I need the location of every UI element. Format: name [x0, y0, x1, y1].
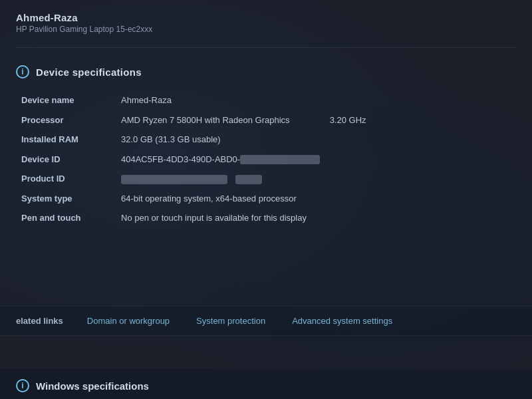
processor-ghz: 3.20 GHz — [330, 114, 366, 127]
table-row: Device name Ahmed-Raza — [21, 90, 521, 110]
windows-specs-section: i Windows specifications — [0, 368, 532, 399]
domain-workgroup-link[interactable]: Domain or workgroup — [74, 316, 183, 326]
section-title: Device specifications — [36, 66, 142, 78]
table-row: Installed RAM 32.0 GB (31.3 GB usable) — [21, 130, 521, 150]
computer-name: Ahmed-Raza — [16, 12, 516, 23]
table-row: Product ID — [21, 169, 521, 189]
header-section: Ahmed-Raza HP Pavilion Gaming Laptop 15-… — [0, 0, 532, 41]
spec-label-device-id: Device ID — [21, 150, 121, 170]
table-row: System type 64-bit operating system, x64… — [21, 189, 521, 209]
table-row: Device ID 404AC5FB-4DD3-490D-ABD0- — [21, 150, 521, 170]
spec-value-system-type: 64-bit operating system, x64-based proce… — [121, 189, 521, 209]
redacted-product-id-2 — [235, 175, 262, 184]
header-divider — [16, 47, 516, 48]
redacted-device-id — [240, 155, 320, 164]
windows-specs-header: i Windows specifications — [16, 379, 516, 392]
windows-section-title: Windows specifications — [36, 380, 149, 392]
table-row: Pen and touch No pen or touch input is a… — [21, 208, 521, 228]
spec-label-ram: Installed RAM — [21, 130, 121, 150]
spec-value-pen-touch: No pen or touch input is available for t… — [121, 208, 521, 228]
spec-value-product-id — [121, 169, 521, 189]
processor-name: AMD Ryzen 7 5800H with Radeon Graphics — [121, 114, 290, 127]
specs-table: Device name Ahmed-Raza Processor AMD Ryz… — [21, 90, 521, 228]
spec-label-system-type: System type — [21, 189, 121, 209]
info-icon: i — [16, 65, 29, 78]
related-links-bar: elated links Domain or workgroup System … — [0, 306, 532, 336]
spec-label-product-id: Product ID — [21, 169, 121, 189]
advanced-system-settings-link[interactable]: Advanced system settings — [279, 316, 406, 326]
table-row: Processor AMD Ryzen 7 5800H with Radeon … — [21, 110, 521, 130]
spec-label-pen-touch: Pen and touch — [21, 208, 121, 228]
system-protection-link[interactable]: System protection — [183, 316, 279, 326]
spec-label-device-name: Device name — [21, 90, 121, 110]
spec-value-device-id: 404AC5FB-4DD3-490D-ABD0- — [121, 150, 521, 170]
redacted-product-id-1 — [121, 175, 227, 184]
spec-label-processor: Processor — [21, 110, 121, 130]
device-specs-section: i Device specifications Device name Ahme… — [0, 55, 532, 228]
computer-model: HP Pavilion Gaming Laptop 15-ec2xxx — [16, 25, 516, 34]
spec-value-device-name: Ahmed-Raza — [121, 90, 521, 110]
spec-value-ram: 32.0 GB (31.3 GB usable) — [121, 130, 521, 150]
page-container: Ahmed-Raza HP Pavilion Gaming Laptop 15-… — [0, 0, 532, 399]
section-header: i Device specifications — [16, 65, 516, 78]
related-links-label: elated links — [4, 316, 74, 326]
windows-info-icon: i — [16, 379, 29, 392]
spec-value-processor: AMD Ryzen 7 5800H with Radeon Graphics 3… — [121, 110, 521, 130]
processor-cell: AMD Ryzen 7 5800H with Radeon Graphics 3… — [121, 114, 521, 127]
